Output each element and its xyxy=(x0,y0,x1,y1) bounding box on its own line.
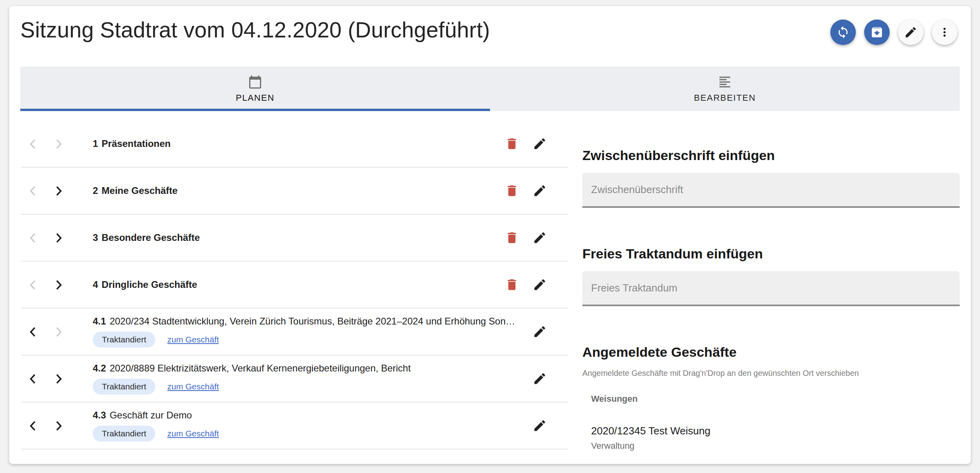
status-badge: Traktandiert xyxy=(93,332,155,348)
edit-icon xyxy=(533,137,547,151)
edit-button[interactable] xyxy=(532,418,547,433)
move-right-button xyxy=(51,136,66,152)
delete-button[interactable] xyxy=(504,136,519,151)
tab-label: PLANEN xyxy=(236,93,275,103)
registered-item-title: 2020/12345 Test Weisung xyxy=(591,425,960,437)
move-left-button[interactable] xyxy=(25,371,41,387)
status-badge: Traktandiert xyxy=(93,426,155,442)
side-panel: Zwischenüberschrift einfügen Freies Trak… xyxy=(582,121,960,451)
more-options-button[interactable] xyxy=(932,20,957,45)
chevron-left-icon xyxy=(26,184,40,197)
agenda-list: 1Präsentationen 2Meine Geschäfte xyxy=(21,121,568,451)
item-text: 4Dringliche Geschäfte xyxy=(81,279,504,290)
move-right-button xyxy=(51,324,66,340)
move-controls xyxy=(21,230,81,246)
item-title: 2020/8889 Elektrizitätswerk, Verkauf Ker… xyxy=(109,363,410,373)
move-controls xyxy=(21,324,81,340)
move-left-button[interactable] xyxy=(25,418,41,434)
item-title: Präsentationen xyxy=(102,138,170,149)
item-number: 4.1 xyxy=(93,316,106,326)
edit-icon xyxy=(904,25,918,39)
edit-meeting-button[interactable] xyxy=(898,20,923,45)
chevron-left-icon xyxy=(26,419,40,432)
item-number: 3 xyxy=(93,232,98,243)
move-left-button xyxy=(25,277,41,293)
tab-planen[interactable]: PLANEN xyxy=(20,66,490,111)
tabbar: PLANEN BEARBEITEN xyxy=(20,66,960,111)
edit-icon xyxy=(533,278,547,292)
chevron-left-icon xyxy=(26,325,40,338)
zum-geschaeft-link[interactable]: zum Geschäft xyxy=(167,335,219,344)
move-right-button[interactable] xyxy=(51,371,66,387)
chevron-right-icon xyxy=(52,419,65,432)
delete-button[interactable] xyxy=(504,183,519,198)
page-title: Sitzung Stadtrat vom 04.12.2020 (Durchge… xyxy=(20,17,490,43)
move-left-button[interactable] xyxy=(25,324,41,340)
item-number: 4.3 xyxy=(93,410,106,420)
sync-icon xyxy=(836,25,850,39)
row-actions xyxy=(532,371,568,386)
move-right-button[interactable] xyxy=(51,183,66,199)
row-actions xyxy=(532,324,568,339)
delete-button[interactable] xyxy=(504,277,519,292)
edit-icon xyxy=(533,184,547,198)
item-text: 4.3Geschäft zur Demo Traktandiert zum Ge… xyxy=(81,410,532,442)
subheading-input[interactable] xyxy=(582,173,960,208)
row-actions xyxy=(532,418,568,433)
edit-button[interactable] xyxy=(532,324,547,339)
agenda-row: 4.3Geschäft zur Demo Traktandiert zum Ge… xyxy=(21,403,568,450)
registered-item[interactable]: 2020/12345 Test Weisung Verwaltung xyxy=(582,425,960,451)
item-text: 2Meine Geschäfte xyxy=(81,185,504,196)
agenda-row: 1Präsentationen xyxy=(21,121,568,168)
sync-button[interactable] xyxy=(830,20,856,45)
edit-icon xyxy=(533,324,547,339)
move-controls xyxy=(21,371,81,387)
agenda-row: 4Dringliche Geschäfte xyxy=(21,262,568,309)
more-vert-icon xyxy=(938,25,951,39)
row-actions xyxy=(504,183,568,198)
row-actions xyxy=(504,277,568,292)
move-right-button[interactable] xyxy=(51,230,66,246)
item-title: Meine Geschäfte xyxy=(102,185,178,196)
agenda-row: 4.12020/234 Stadtentwicklung, Verein Zür… xyxy=(21,309,568,356)
edit-button[interactable] xyxy=(532,230,547,245)
chevron-right-icon xyxy=(52,231,65,244)
move-controls xyxy=(21,183,81,199)
chevron-right-icon xyxy=(52,278,65,291)
chevron-right-icon xyxy=(52,137,65,150)
edit-button[interactable] xyxy=(532,277,547,292)
free-item-input[interactable] xyxy=(582,271,960,306)
free-item-section-title: Freies Traktandum einfügen xyxy=(582,246,960,262)
edit-icon xyxy=(533,371,547,386)
content: 1Präsentationen 2Meine Geschäfte xyxy=(9,111,971,451)
chevron-right-icon xyxy=(52,184,65,197)
item-number: 4.2 xyxy=(93,363,106,373)
item-number: 1 xyxy=(93,138,98,149)
meeting-card: Sitzung Stadtrat vom 04.12.2020 (Durchge… xyxy=(9,6,971,464)
registered-section-hint: Angemeldete Geschäfte mit Drag'n'Drop an… xyxy=(582,369,960,378)
edit-button[interactable] xyxy=(532,183,547,198)
edit-button[interactable] xyxy=(532,371,547,386)
edit-button[interactable] xyxy=(532,136,547,151)
item-title: Geschäft zur Demo xyxy=(109,410,192,420)
archive-button[interactable] xyxy=(864,20,890,45)
move-right-button[interactable] xyxy=(51,277,66,293)
delete-button[interactable] xyxy=(504,230,519,245)
agenda-row: 2Meine Geschäfte xyxy=(21,168,568,215)
zum-geschaeft-link[interactable]: zum Geschäft xyxy=(167,382,219,391)
tab-bearbeiten[interactable]: BEARBEITEN xyxy=(490,66,960,111)
zum-geschaeft-link[interactable]: zum Geschäft xyxy=(167,429,219,438)
move-right-button[interactable] xyxy=(51,418,66,434)
toolbar xyxy=(830,20,963,45)
row-actions xyxy=(504,230,568,245)
card-header: Sitzung Stadtrat vom 04.12.2020 (Durchge… xyxy=(9,6,971,45)
item-text: 4.22020/8889 Elektrizitätswerk, Verkauf … xyxy=(81,363,532,395)
delete-icon xyxy=(505,137,519,151)
status-badge: Traktandiert xyxy=(93,379,155,395)
item-title: 2020/234 Stadtentwicklung, Verein Zürich… xyxy=(109,316,515,326)
chevron-left-icon xyxy=(26,372,40,385)
item-text: 3Besondere Geschäfte xyxy=(81,232,504,243)
move-controls xyxy=(21,418,81,434)
item-number: 4 xyxy=(93,279,98,290)
align-left-icon xyxy=(718,75,732,89)
